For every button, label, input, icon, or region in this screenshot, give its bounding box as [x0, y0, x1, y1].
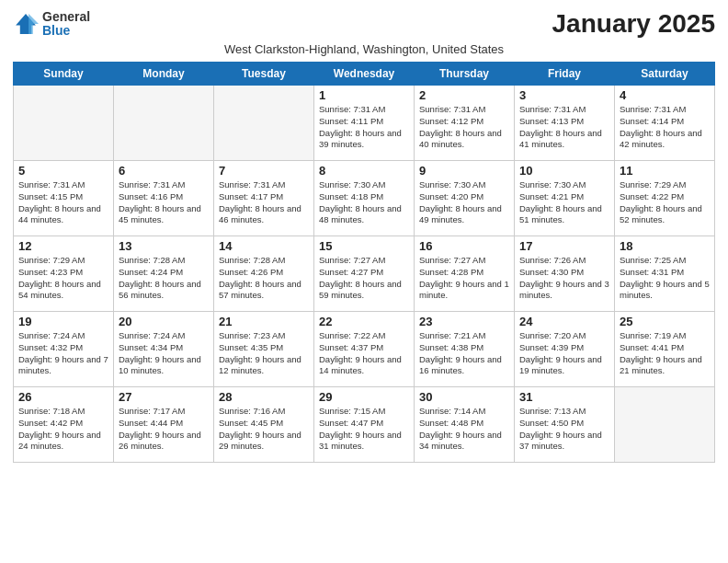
day-info: Sunrise: 7:22 AMSunset: 4:37 PMDaylight:…: [319, 330, 409, 377]
day-cell-22: 22Sunrise: 7:22 AMSunset: 4:37 PMDayligh…: [314, 312, 415, 387]
day-cell-23: 23Sunrise: 7:21 AMSunset: 4:38 PMDayligh…: [415, 312, 515, 387]
day-cell-10: 10Sunrise: 7:30 AMSunset: 4:21 PMDayligh…: [515, 161, 615, 236]
day-info: Sunrise: 7:13 AMSunset: 4:50 PMDaylight:…: [519, 406, 609, 453]
day-cell-18: 18Sunrise: 7:25 AMSunset: 4:31 PMDayligh…: [615, 236, 715, 312]
day-cell-29: 29Sunrise: 7:15 AMSunset: 4:47 PMDayligh…: [314, 387, 415, 463]
day-number: 29: [319, 390, 409, 404]
day-info: Sunrise: 7:28 AMSunset: 4:26 PMDaylight:…: [219, 255, 309, 302]
day-info: Sunrise: 7:14 AMSunset: 4:48 PMDaylight:…: [419, 406, 509, 453]
day-number: 8: [319, 164, 409, 178]
day-number: 2: [419, 88, 509, 102]
day-info: Sunrise: 7:31 AMSunset: 4:17 PMDaylight:…: [219, 179, 309, 226]
day-cell-3: 3Sunrise: 7:31 AMSunset: 4:13 PMDaylight…: [515, 86, 615, 161]
day-number: 7: [219, 164, 309, 178]
day-info: Sunrise: 7:16 AMSunset: 4:45 PMDaylight:…: [219, 406, 309, 453]
day-info: Sunrise: 7:31 AMSunset: 4:15 PMDaylight:…: [18, 179, 108, 226]
week-row-2: 12Sunrise: 7:29 AMSunset: 4:23 PMDayligh…: [14, 236, 715, 312]
day-cell-empty: [14, 86, 114, 161]
day-number: 25: [620, 315, 710, 328]
header-row: General Blue January 2025: [13, 9, 715, 39]
day-cell-4: 4Sunrise: 7:31 AMSunset: 4:14 PMDaylight…: [615, 86, 715, 161]
day-number: 13: [119, 239, 209, 253]
day-info: Sunrise: 7:31 AMSunset: 4:12 PMDaylight:…: [419, 104, 509, 151]
day-cell-7: 7Sunrise: 7:31 AMSunset: 4:17 PMDaylight…: [214, 161, 314, 236]
day-info: Sunrise: 7:27 AMSunset: 4:27 PMDaylight:…: [319, 255, 409, 302]
day-info: Sunrise: 7:18 AMSunset: 4:42 PMDaylight:…: [18, 406, 108, 453]
day-cell-2: 2Sunrise: 7:31 AMSunset: 4:12 PMDaylight…: [415, 86, 515, 161]
day-cell-27: 27Sunrise: 7:17 AMSunset: 4:44 PMDayligh…: [114, 387, 214, 463]
day-number: 26: [18, 390, 108, 404]
day-number: 19: [18, 315, 108, 328]
day-number: 1: [319, 88, 409, 102]
day-number: 20: [119, 315, 209, 328]
day-cell-31: 31Sunrise: 7:13 AMSunset: 4:50 PMDayligh…: [515, 387, 615, 463]
page: General Blue January 2025 West Clarkston…: [0, 0, 728, 563]
header-sunday: Sunday: [14, 63, 114, 86]
day-number: 12: [18, 239, 108, 253]
day-number: 11: [620, 164, 710, 178]
header-tuesday: Tuesday: [214, 63, 314, 86]
day-number: 6: [119, 164, 209, 178]
day-cell-24: 24Sunrise: 7:20 AMSunset: 4:39 PMDayligh…: [515, 312, 615, 387]
day-number: 4: [620, 88, 710, 102]
day-cell-6: 6Sunrise: 7:31 AMSunset: 4:16 PMDaylight…: [114, 161, 214, 236]
day-info: Sunrise: 7:17 AMSunset: 4:44 PMDaylight:…: [119, 406, 209, 453]
day-number: 28: [219, 390, 309, 404]
day-number: 17: [519, 239, 609, 253]
logo-general: General: [42, 10, 90, 24]
day-cell-empty: [114, 86, 214, 161]
month-title: January 2025: [552, 9, 715, 39]
day-number: 16: [419, 239, 509, 253]
week-row-1: 5Sunrise: 7:31 AMSunset: 4:15 PMDaylight…: [14, 161, 715, 236]
day-info: Sunrise: 7:27 AMSunset: 4:28 PMDaylight:…: [419, 255, 509, 302]
day-number: 31: [519, 390, 609, 404]
svg-marker-1: [28, 14, 39, 34]
day-cell-8: 8Sunrise: 7:30 AMSunset: 4:18 PMDaylight…: [314, 161, 415, 236]
day-number: 10: [519, 164, 609, 178]
calendar-table: SundayMondayTuesdayWednesdayThursdayFrid…: [13, 62, 715, 463]
day-number: 18: [620, 239, 710, 253]
day-info: Sunrise: 7:20 AMSunset: 4:39 PMDaylight:…: [519, 330, 609, 377]
day-info: Sunrise: 7:26 AMSunset: 4:30 PMDaylight:…: [519, 255, 609, 302]
day-cell-20: 20Sunrise: 7:24 AMSunset: 4:34 PMDayligh…: [114, 312, 214, 387]
header-saturday: Saturday: [615, 63, 715, 86]
day-cell-12: 12Sunrise: 7:29 AMSunset: 4:23 PMDayligh…: [14, 236, 114, 312]
day-cell-11: 11Sunrise: 7:29 AMSunset: 4:22 PMDayligh…: [615, 161, 715, 236]
day-cell-15: 15Sunrise: 7:27 AMSunset: 4:27 PMDayligh…: [314, 236, 415, 312]
day-number: 21: [219, 315, 309, 328]
logo-icon: [13, 11, 39, 37]
day-cell-28: 28Sunrise: 7:16 AMSunset: 4:45 PMDayligh…: [214, 387, 314, 463]
subtitle: West Clarkston-Highland, Washington, Uni…: [13, 42, 715, 56]
header-friday: Friday: [515, 63, 615, 86]
day-info: Sunrise: 7:15 AMSunset: 4:47 PMDaylight:…: [319, 406, 409, 453]
day-info: Sunrise: 7:29 AMSunset: 4:23 PMDaylight:…: [18, 255, 108, 302]
day-cell-1: 1Sunrise: 7:31 AMSunset: 4:11 PMDaylight…: [314, 86, 415, 161]
logo: General Blue: [13, 10, 90, 39]
day-info: Sunrise: 7:23 AMSunset: 4:35 PMDaylight:…: [219, 330, 309, 377]
day-info: Sunrise: 7:21 AMSunset: 4:38 PMDaylight:…: [419, 330, 509, 377]
day-cell-13: 13Sunrise: 7:28 AMSunset: 4:24 PMDayligh…: [114, 236, 214, 312]
header-row-days: SundayMondayTuesdayWednesdayThursdayFrid…: [14, 63, 715, 86]
day-cell-25: 25Sunrise: 7:19 AMSunset: 4:41 PMDayligh…: [615, 312, 715, 387]
week-row-3: 19Sunrise: 7:24 AMSunset: 4:32 PMDayligh…: [14, 312, 715, 387]
day-info: Sunrise: 7:30 AMSunset: 4:21 PMDaylight:…: [519, 179, 609, 226]
day-number: 5: [18, 164, 108, 178]
day-cell-empty: [615, 387, 715, 463]
day-cell-9: 9Sunrise: 7:30 AMSunset: 4:20 PMDaylight…: [415, 161, 515, 236]
day-number: 15: [319, 239, 409, 253]
day-number: 22: [319, 315, 409, 328]
day-info: Sunrise: 7:24 AMSunset: 4:32 PMDaylight:…: [18, 330, 108, 377]
day-info: Sunrise: 7:30 AMSunset: 4:18 PMDaylight:…: [319, 179, 409, 226]
day-info: Sunrise: 7:31 AMSunset: 4:13 PMDaylight:…: [519, 104, 609, 151]
day-cell-16: 16Sunrise: 7:27 AMSunset: 4:28 PMDayligh…: [415, 236, 515, 312]
day-info: Sunrise: 7:29 AMSunset: 4:22 PMDaylight:…: [620, 179, 710, 226]
day-info: Sunrise: 7:31 AMSunset: 4:14 PMDaylight:…: [620, 104, 710, 151]
day-cell-5: 5Sunrise: 7:31 AMSunset: 4:15 PMDaylight…: [14, 161, 114, 236]
day-cell-19: 19Sunrise: 7:24 AMSunset: 4:32 PMDayligh…: [14, 312, 114, 387]
header-thursday: Thursday: [415, 63, 515, 86]
day-info: Sunrise: 7:31 AMSunset: 4:11 PMDaylight:…: [319, 104, 409, 151]
week-row-4: 26Sunrise: 7:18 AMSunset: 4:42 PMDayligh…: [14, 387, 715, 463]
logo-text: General Blue: [42, 10, 90, 39]
day-cell-21: 21Sunrise: 7:23 AMSunset: 4:35 PMDayligh…: [214, 312, 314, 387]
day-number: 3: [519, 88, 609, 102]
